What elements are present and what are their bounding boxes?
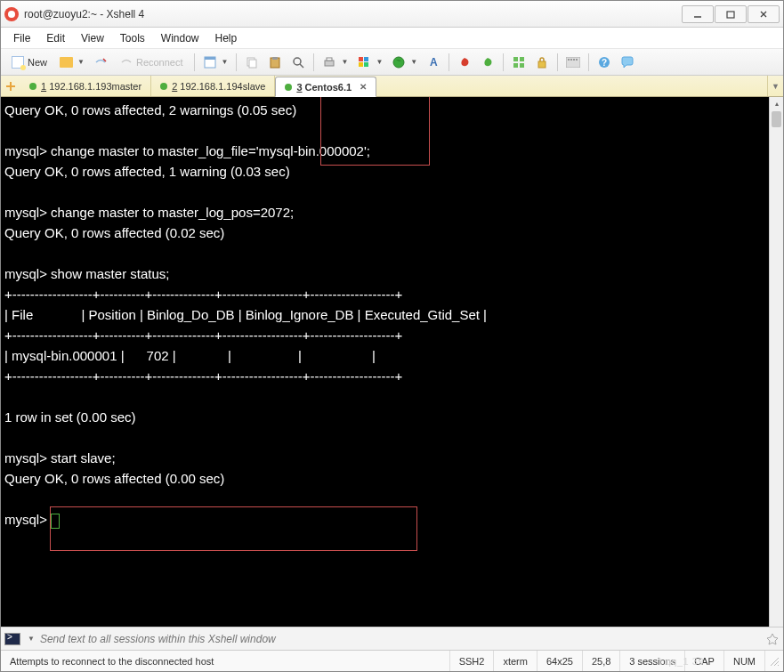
svg-line-34 [771, 658, 779, 666]
scroll-thumb[interactable] [772, 111, 781, 127]
properties-button[interactable]: ▼ [199, 52, 232, 73]
svg-rect-26 [568, 59, 570, 61]
red-swirl-icon [457, 55, 472, 69]
copy-icon [245, 55, 259, 69]
highlight-box [50, 506, 417, 551]
status-size: 64x25 [537, 651, 582, 671]
tab-session-2[interactable]: 2 192.168.1.194slave [151, 76, 275, 96]
reconnect-label: Reconnect [136, 57, 183, 68]
status-size: 64x25 [546, 656, 573, 667]
maximize-button[interactable] [715, 5, 747, 23]
status-message: Attempts to reconnect to the disconnecte… [1, 651, 449, 671]
svg-rect-15 [359, 57, 363, 61]
open-button[interactable]: ▼ [55, 52, 88, 73]
language-button[interactable]: ▼ [388, 52, 421, 73]
separator [194, 53, 195, 71]
palette-icon [357, 55, 371, 69]
new-icon [11, 55, 25, 69]
copy-button[interactable] [241, 52, 263, 73]
keyboard-button[interactable] [562, 52, 584, 73]
scrollbar[interactable]: ▴ [769, 97, 783, 627]
script-button[interactable] [454, 52, 475, 73]
svg-rect-14 [327, 58, 332, 61]
svg-rect-27 [570, 59, 572, 61]
svg-rect-6 [205, 57, 215, 60]
transfer-button[interactable] [477, 52, 498, 73]
tab-dropdown-button[interactable]: ▼ [767, 76, 783, 96]
scroll-up-icon[interactable]: ▴ [770, 97, 783, 109]
resize-grip-icon[interactable] [764, 651, 783, 671]
lock-icon [535, 55, 549, 69]
reconnect-button[interactable]: Reconnect [113, 52, 190, 73]
terminal-text: Query OK, 0 rows affected, 2 warnings (0… [4, 102, 487, 527]
font-button[interactable]: A [423, 52, 444, 73]
green-swirl-icon [481, 55, 495, 69]
send-input[interactable] [40, 633, 760, 645]
tile-button[interactable] [508, 52, 529, 73]
close-tab-icon[interactable]: ✕ [360, 82, 367, 92]
svg-rect-10 [272, 57, 278, 60]
paste-icon [268, 55, 282, 69]
menubar: File Edit View Tools Window Help [1, 28, 783, 49]
separator [557, 53, 558, 71]
new-label: New [28, 57, 47, 68]
svg-rect-16 [364, 57, 368, 61]
tile-icon [512, 55, 526, 69]
chevron-down-icon[interactable]: ▼ [28, 635, 35, 643]
console-icon[interactable] [4, 633, 20, 645]
status-led-icon [160, 83, 167, 90]
tab-label: 3 Centos6.1 [296, 82, 352, 93]
svg-line-36 [778, 665, 779, 666]
window-controls [682, 5, 780, 23]
cursor-icon [51, 514, 60, 529]
svg-rect-1 [727, 12, 734, 18]
color-button[interactable]: ▼ [353, 52, 386, 73]
tab-session-3[interactable]: 3 Centos6.1 ✕ [275, 77, 376, 97]
terminal[interactable]: Query OK, 0 rows affected, 2 warnings (0… [1, 97, 783, 627]
menu-help[interactable]: Help [208, 30, 245, 46]
svg-rect-13 [325, 61, 334, 66]
status-led-icon [285, 84, 292, 91]
svg-point-11 [294, 58, 301, 65]
tab-spacer [376, 76, 767, 96]
svg-rect-23 [520, 63, 524, 68]
print-button[interactable]: ▼ [319, 52, 352, 73]
menu-tools[interactable]: Tools [113, 30, 152, 46]
svg-rect-21 [520, 57, 524, 61]
disconnect-icon [93, 55, 108, 69]
chevron-down-icon: ▼ [222, 58, 229, 66]
separator [503, 53, 504, 71]
svg-rect-28 [573, 59, 575, 61]
close-button[interactable] [748, 5, 780, 23]
pin-icon[interactable] [765, 632, 780, 646]
disconnect-button[interactable] [90, 52, 111, 73]
menu-window[interactable]: Window [154, 30, 206, 46]
menu-edit[interactable]: Edit [39, 30, 72, 46]
chevron-down-icon: ▼ [410, 58, 417, 66]
search-icon [291, 55, 305, 69]
paste-button[interactable] [264, 52, 286, 73]
tab-session-1[interactable]: 1 192.168.1.193master [20, 76, 151, 96]
reconnect-icon [119, 55, 133, 69]
toolbar: New ▼ Reconnect ▼ ▼ ▼ ▼ A ? [1, 49, 783, 76]
svg-rect-8 [249, 60, 256, 68]
separator [588, 53, 589, 71]
help-button[interactable]: ? [594, 52, 615, 73]
sendbar: ▼ [1, 627, 783, 650]
lock-button[interactable] [531, 52, 553, 73]
svg-rect-17 [359, 62, 363, 67]
status-num: NUM [723, 651, 764, 671]
watermark: t qq_1 39 [659, 656, 704, 667]
menu-view[interactable]: View [74, 30, 111, 46]
chat-button[interactable] [617, 52, 638, 73]
tab-label: 2 192.168.1.194slave [172, 81, 265, 92]
minimize-button[interactable] [682, 5, 714, 23]
window-title: root@zuoyu2:~ - Xshell 4 [24, 8, 682, 20]
tab-label: 1 192.168.1.193master [41, 81, 141, 92]
properties-icon [203, 55, 217, 69]
new-button[interactable]: New [4, 52, 53, 73]
printer-icon [322, 55, 336, 69]
menu-file[interactable]: File [6, 30, 37, 46]
add-tab-button[interactable] [1, 76, 20, 96]
find-button[interactable] [287, 52, 309, 73]
